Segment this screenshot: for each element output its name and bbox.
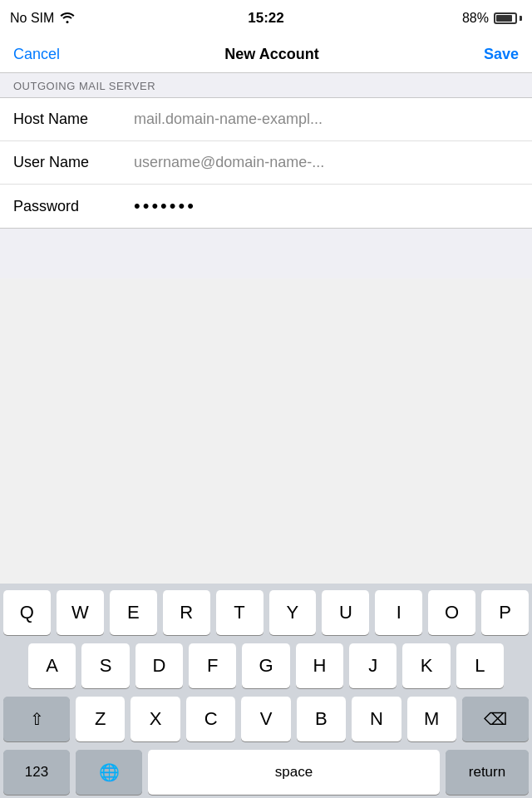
key-z[interactable]: Z [76,697,125,741]
key-i[interactable]: I [375,590,422,635]
key-n[interactable]: N [352,697,401,741]
password-value: ••••••• [134,195,519,217]
key-y[interactable]: Y [269,590,317,635]
key-f[interactable]: F [189,643,236,688]
key-r[interactable]: R [163,590,210,635]
host-name-row[interactable]: Host Name mail.domain-name-exampl... [0,98,532,141]
carrier-text: No SIM [10,11,54,26]
key-g[interactable]: G [242,643,289,688]
key-t[interactable]: T [216,590,264,635]
key-u[interactable]: U [322,590,369,635]
return-key[interactable]: return [446,750,529,795]
key-v[interactable]: V [241,697,290,741]
key-p[interactable]: P [481,590,529,635]
page-title: New Account [224,46,318,63]
cancel-button[interactable]: Cancel [13,46,60,63]
key-s[interactable]: S [81,643,129,688]
key-a[interactable]: A [28,643,76,688]
key-k[interactable]: K [402,643,450,688]
key-e[interactable]: E [110,590,157,635]
nav-bar: Cancel New Account Save [0,37,532,73]
shift-icon: ⇧ [30,709,44,729]
password-row[interactable]: Password ••••••• [0,185,532,228]
battery-icon [494,12,522,24]
user-name-row[interactable]: User Name username@domain-name-... [0,141,532,185]
keyboard-row-1: Q W E R T Y U I O P [3,590,529,635]
user-name-label: User Name [13,154,134,171]
section-header: OUTGOING MAIL SERVER [0,73,532,98]
host-name-label: Host Name [13,111,134,128]
outgoing-mail-server-form: Host Name mail.domain-name-exampl... Use… [0,98,532,229]
key-o[interactable]: O [428,590,475,635]
status-left: No SIM [10,10,76,27]
space-key[interactable]: space [148,750,440,795]
save-button[interactable]: Save [484,46,519,63]
battery-percent: 88% [462,11,489,26]
keyboard: Q W E R T Y U I O P A S D F G H J K L ⇧ … [0,584,532,798]
keyboard-row-3: ⇧ Z X C V B N M ⌫ [3,697,529,741]
password-label: Password [13,198,134,215]
keyboard-row-2: A S D F G H J K L [3,643,529,688]
host-name-value: mail.domain-name-exampl... [134,111,519,128]
key-d[interactable]: D [135,643,183,688]
delete-key[interactable]: ⌫ [462,697,529,741]
key-x[interactable]: X [131,697,180,741]
key-j[interactable]: J [349,643,397,688]
key-q[interactable]: Q [3,590,51,635]
key-m[interactable]: M [407,697,456,741]
user-name-value: username@domain-name-... [134,154,519,171]
wifi-icon [59,10,76,27]
numbers-key[interactable]: 123 [3,750,70,795]
key-b[interactable]: B [297,697,346,741]
key-c[interactable]: C [186,697,235,741]
status-time: 15:22 [248,10,283,27]
status-right: 88% [462,11,522,26]
key-l[interactable]: L [456,643,504,688]
key-h[interactable]: H [296,643,343,688]
keyboard-row-4: 123 🌐 space return [3,750,529,795]
keyboard-gap [0,229,532,278]
globe-key[interactable]: 🌐 [76,750,142,795]
shift-key[interactable]: ⇧ [3,697,70,741]
key-w[interactable]: W [57,590,104,635]
status-bar: No SIM 15:22 88% [0,0,532,37]
delete-icon: ⌫ [484,709,507,729]
